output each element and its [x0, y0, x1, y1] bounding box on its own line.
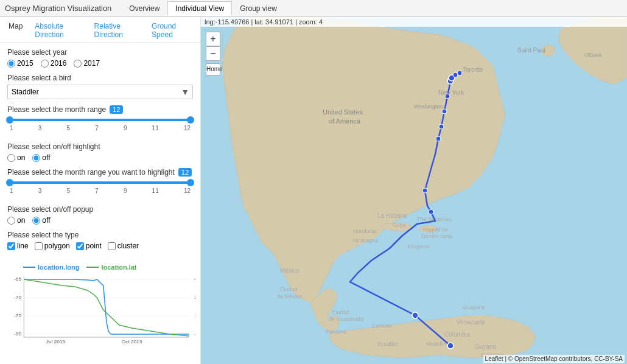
highlight-range-label-row: Please select the month range you want t… [7, 168, 193, 177]
main-layout: Map Absolute Direction Relative Directio… [0, 17, 627, 364]
highlight-range-thumb-min[interactable] [6, 179, 13, 186]
tab-group[interactable]: Group view [232, 1, 285, 16]
zoom-in-button[interactable]: + [206, 32, 220, 46]
type-point-label[interactable]: point [76, 242, 102, 250]
app-title: Osprey Migration Visualization [5, 4, 111, 13]
zoom-out-button[interactable]: − [206, 46, 220, 61]
legend-lat-label: location.lat [101, 264, 136, 271]
svg-point-52 [429, 209, 433, 214]
chart-legend: location.long location.lat [23, 264, 195, 271]
svg-text:12.54: 12.54 [194, 313, 195, 318]
highlight-group: Please select on/off highlight on off [7, 142, 193, 162]
year-2017-label[interactable]: 2017 [74, 59, 100, 68]
popup-group: Please select on/off popup on off [7, 205, 193, 225]
highlight-range-slider-labels: 1 3 5 7 9 11 12 [10, 187, 191, 194]
svg-text:Ecuador: Ecuador [377, 341, 398, 347]
svg-point-50 [436, 136, 441, 141]
popup-label: Please select on/off popup [7, 205, 193, 214]
month-range-badge: 12 [110, 105, 123, 114]
svg-text:Ottawa: Ottawa [584, 52, 602, 58]
highlight-off-label[interactable]: off [32, 153, 50, 162]
sub-tab-map[interactable]: Map [5, 19, 29, 43]
svg-text:United States: United States [323, 108, 363, 116]
type-line-checkbox[interactable] [7, 242, 15, 250]
chart-wrapper: -65 -70 -75 -80 42.14 27.34 12.54 -2.26 [5, 273, 195, 346]
sub-tab-rel-dir[interactable]: Relative Direction [88, 19, 146, 43]
type-polygon-checkbox[interactable] [35, 242, 43, 250]
svg-text:27.34: 27.34 [194, 295, 195, 300]
popup-radio-group: on off [7, 216, 193, 225]
svg-text:Colombia: Colombia [444, 331, 471, 338]
year-2015-radio[interactable] [7, 60, 15, 68]
popup-on-label[interactable]: on [7, 216, 25, 225]
svg-point-54 [447, 343, 454, 349]
popup-off-label[interactable]: off [32, 216, 50, 225]
type-cluster-checkbox[interactable] [108, 242, 116, 250]
month-range-thumb-max[interactable] [187, 116, 194, 124]
svg-text:Caracas: Caracas [371, 323, 392, 329]
type-point-checkbox[interactable] [76, 242, 84, 250]
highlight-radio-group: on off [7, 153, 193, 162]
svg-point-51 [422, 188, 427, 193]
svg-text:Kingston: Kingston [408, 243, 429, 250]
home-button[interactable]: Home [206, 63, 220, 75]
svg-text:Cuba: Cuba [393, 222, 406, 228]
sub-tab-bar: Map Absolute Direction Relative Directio… [0, 17, 200, 43]
svg-text:Toronto: Toronto [463, 66, 483, 73]
type-checkbox-group: line polygon point cluster [7, 242, 193, 250]
legend-lat: location.lat [86, 264, 136, 271]
highlight-on-radio[interactable] [7, 154, 15, 162]
svg-text:República: República [423, 226, 447, 233]
month-range-label-row: Please select the month range 12 [7, 105, 193, 114]
svg-point-48 [442, 109, 447, 114]
month-range-slider-fill [10, 119, 191, 121]
year-2017-radio[interactable] [74, 60, 82, 68]
highlight-label: Please select on/off highlight [7, 142, 193, 151]
map-attribution: Leaflet | © OpenStreetMap contributors, … [483, 355, 625, 363]
left-panel: Map Absolute Direction Relative Directio… [0, 17, 201, 364]
month-range-label: Please select the month range [7, 105, 106, 114]
year-label: Please select year [7, 48, 193, 57]
popup-on-radio[interactable] [7, 217, 15, 225]
year-radio-group: 2015 2016 2017 [7, 59, 193, 68]
svg-text:-75: -75 [14, 313, 22, 318]
chart-area: location.long location.lat -65 -70 -75 -… [0, 261, 200, 349]
bird-group: Please select a bird Staddler ▼ [7, 74, 193, 99]
highlight-range-thumb-max[interactable] [187, 179, 194, 186]
type-line-label[interactable]: line [7, 242, 29, 250]
highlight-off-radio[interactable] [32, 154, 40, 162]
svg-point-57 [457, 71, 462, 75]
map-controls: + − Home [206, 32, 220, 75]
highlight-range-slider-track [10, 181, 191, 184]
main-tab-bar: Overview Individual View Group view [121, 1, 285, 16]
month-range-group: Please select the month range 12 1 3 5 7 [7, 105, 193, 136]
map-svg: United States of America México Ciudad d… [201, 17, 627, 364]
month-range-thumb-min[interactable] [6, 116, 13, 124]
legend-long: location.long [23, 264, 79, 271]
svg-text:Medellín: Medellín [426, 341, 447, 347]
svg-text:Saint Paul: Saint Paul [517, 47, 545, 54]
svg-text:Nicaragua: Nicaragua [353, 237, 378, 243]
svg-text:Ciudad: Ciudad [280, 286, 298, 292]
popup-off-radio[interactable] [32, 217, 40, 225]
tab-individual[interactable]: Individual View [167, 1, 232, 16]
svg-text:La Habana: La Habana [377, 212, 407, 219]
year-2016-radio[interactable] [41, 60, 49, 68]
type-label: Please select the type [7, 231, 193, 239]
year-2015-label[interactable]: 2015 [7, 59, 33, 68]
svg-text:de México: de México [277, 293, 302, 299]
svg-text:Jul 2015: Jul 2015 [46, 339, 66, 345]
type-cluster-label[interactable]: cluster [108, 242, 139, 250]
svg-text:Venezuela: Venezuela [457, 319, 485, 326]
bird-select[interactable]: Staddler [7, 85, 193, 99]
sub-tab-ground-speed[interactable]: Ground Speed [145, 19, 195, 43]
svg-text:Washington: Washington [414, 103, 443, 110]
highlight-on-label[interactable]: on [7, 153, 25, 162]
year-2016-label[interactable]: 2016 [41, 59, 67, 68]
sub-tab-abs-dir[interactable]: Absolute Direction [29, 19, 88, 43]
svg-text:42.14: 42.14 [194, 276, 195, 282]
bird-select-wrapper: Staddler ▼ [7, 85, 193, 99]
svg-text:Honduras: Honduras [353, 228, 377, 234]
tab-overview[interactable]: Overview [121, 1, 167, 16]
type-polygon-label[interactable]: polygon [35, 242, 70, 250]
